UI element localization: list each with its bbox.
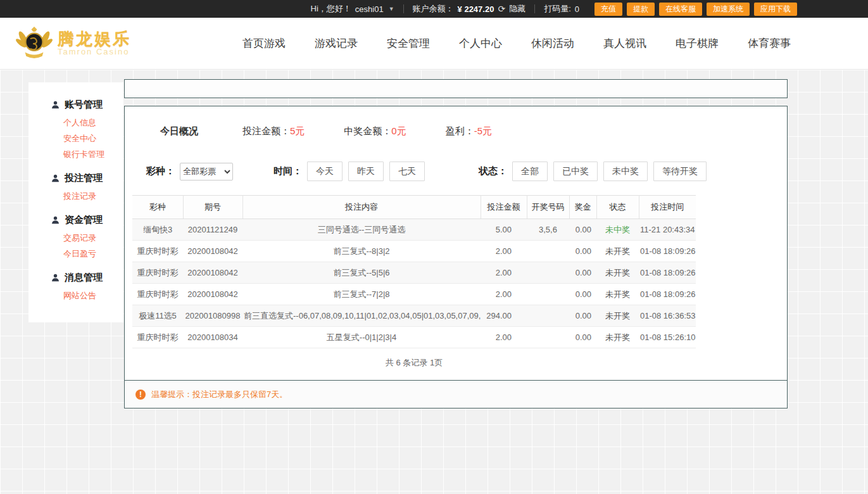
logo-subtitle: Tamron Casino	[58, 48, 131, 56]
time-filter-label: 时间：	[274, 165, 302, 177]
topbar-button[interactable]: 加速系统	[707, 3, 750, 16]
sidebar-group[interactable]: 消息管理	[51, 272, 123, 284]
cell-issue: 20200108042	[183, 284, 242, 305]
sidebar: 账号管理个人信息安全中心银行卡管理投注管理投注记录资金管理交易记录今日盈亏消息管…	[28, 82, 123, 322]
column-header: 期号	[183, 196, 242, 219]
cell-content: 三同号通选--三同号通选	[242, 219, 481, 241]
sidebar-group[interactable]: 账号管理	[51, 99, 123, 111]
time-filter-button[interactable]: 昨天	[348, 162, 384, 181]
cell-content: 五星复式--0|1|2|3|4	[242, 327, 481, 348]
topbar-button[interactable]: 在线客服	[659, 3, 702, 16]
stat-label: 投注金额：	[242, 125, 290, 136]
sidebar-item[interactable]: 个人信息	[63, 115, 123, 130]
cell-draw	[527, 262, 569, 284]
table-header-row: 彩种期号投注内容投注金额开奖号码奖金状态投注时间	[132, 196, 696, 219]
stat-value: 0元	[391, 125, 406, 136]
stat-label: 中奖金额：	[344, 125, 391, 136]
main-content: 今日概况 投注金额：5元中奖金额：0元盈利：-5元 彩种： 全部彩票 时间： 今…	[124, 79, 788, 408]
notice-text: 温馨提示：投注记录最多只保留7天。	[151, 389, 287, 400]
site-header: 腾龙娱乐 Tamron Casino 首页游戏游戏记录安全管理个人中心休闲活动真…	[0, 18, 868, 70]
nav-item[interactable]: 休闲活动	[531, 36, 574, 51]
time-filter-button[interactable]: 七天	[389, 162, 425, 181]
status-filter-button[interactable]: 已中奖	[553, 162, 598, 181]
nav-item[interactable]: 电子棋牌	[676, 36, 719, 51]
warning-icon: !	[135, 390, 146, 400]
site-logo[interactable]: 腾龙娱乐 Tamron Casino	[16, 26, 131, 61]
topbar-button[interactable]: 提款	[627, 3, 655, 16]
nav-item[interactable]: 个人中心	[459, 36, 502, 51]
cell-issue: 20201121249	[183, 219, 242, 241]
cell-draw	[527, 327, 569, 348]
sidebar-item[interactable]: 网站公告	[63, 288, 123, 303]
sidebar-item[interactable]: 安全中心	[63, 130, 123, 146]
lottery-select[interactable]: 全部彩票	[180, 163, 233, 180]
sidebar-item[interactable]: 交易记录	[63, 230, 123, 246]
sidebar-group-label: 资金管理	[65, 214, 103, 226]
cell-lottery: 极速11选5	[132, 305, 183, 327]
status-filter-group: 状态： 全部已中奖未中奖等待开奖	[479, 162, 712, 181]
logo-title: 腾龙娱乐	[58, 30, 131, 48]
cell-prize: 0.00	[569, 305, 596, 327]
nav-item[interactable]: 游戏记录	[315, 36, 358, 51]
sidebar-group[interactable]: 投注管理	[51, 172, 123, 184]
sidebar-group[interactable]: 资金管理	[51, 214, 123, 226]
table-row: 极速11选5202001080998前三直选复式--06,07,08,09,10…	[132, 305, 696, 327]
table-row: 重庆时时彩20200108042前三复式--8|3|22.000.00未开奖01…	[132, 241, 696, 262]
nav-item[interactable]: 首页游戏	[242, 36, 286, 51]
nav-item[interactable]: 体育赛事	[748, 36, 791, 51]
nav-item[interactable]: 安全管理	[387, 36, 430, 51]
stat-item: 中奖金额：0元	[344, 125, 406, 137]
cell-status: 未开奖	[596, 327, 639, 348]
status-filter-button[interactable]: 全部	[512, 162, 548, 181]
cell-amount: 2.00	[481, 284, 527, 305]
hide-balance-link[interactable]: 隐藏	[509, 3, 525, 15]
cell-time: 01-08 18:09:26	[639, 241, 696, 262]
sidebar-item[interactable]: 今日盈亏	[63, 246, 123, 262]
topbar-button[interactable]: 应用下载	[754, 3, 797, 16]
cell-lottery: 重庆时时彩	[132, 327, 183, 348]
table-row: 重庆时时彩20200108042前三复式--7|2|82.000.00未开奖01…	[132, 284, 696, 305]
cell-prize: 0.00	[569, 327, 596, 348]
cell-lottery: 缅甸快3	[132, 219, 183, 241]
time-filter-button[interactable]: 今天	[307, 162, 343, 181]
column-header: 投注时间	[639, 196, 696, 219]
nav-item[interactable]: 真人视讯	[603, 36, 646, 51]
cell-draw	[527, 284, 569, 305]
sidebar-item[interactable]: 投注记录	[63, 188, 123, 204]
person-icon	[51, 101, 60, 109]
refresh-icon[interactable]: ⟳	[498, 4, 505, 13]
logo-text: 腾龙娱乐 Tamron Casino	[58, 30, 131, 56]
cell-content: 前三复式--8|3|2	[242, 241, 481, 262]
cell-amount: 2.00	[481, 241, 527, 262]
chevron-down-icon: ▼	[389, 6, 394, 12]
cell-status: 未开奖	[596, 262, 639, 284]
announcement-bar	[124, 79, 788, 98]
cell-prize: 0.00	[569, 284, 596, 305]
balance-label: 账户余额：	[413, 3, 454, 15]
status-filter-button[interactable]: 未中奖	[603, 162, 648, 181]
cell-amount: 2.00	[481, 327, 527, 348]
cell-content: 前三复式--7|2|8	[242, 284, 481, 305]
casino-emblem-icon	[16, 26, 53, 61]
cell-draw	[527, 305, 569, 327]
cell-time: 01-08 18:09:26	[639, 262, 696, 284]
pagination-summary: 共 6 条记录 1页	[125, 357, 703, 369]
column-header: 投注金额	[481, 196, 527, 219]
cell-issue: 20200108042	[183, 241, 242, 262]
cell-time: 01-08 15:26:10	[639, 327, 696, 348]
coding-label: 打码量:	[544, 3, 571, 15]
coding-amount: 打码量: 0	[544, 3, 579, 15]
sidebar-group-label: 账号管理	[65, 99, 103, 111]
stat-label: 盈利：	[446, 125, 474, 136]
stats-title: 今日概况	[160, 125, 198, 137]
betting-records-panel: 今日概况 投注金额：5元中奖金额：0元盈利：-5元 彩种： 全部彩票 时间： 今…	[124, 106, 788, 408]
status-filter-button[interactable]: 等待开奖	[653, 162, 707, 181]
user-menu[interactable]: Hi，您好！ ceshi01 ▼	[311, 3, 394, 15]
table-row: 缅甸快320201121249三同号通选--三同号通选5.003,5,60.00…	[132, 219, 696, 241]
status-filter-label: 状态：	[479, 165, 507, 177]
cell-issue: 20200108042	[183, 262, 242, 284]
cell-prize: 0.00	[569, 219, 596, 241]
sidebar-item[interactable]: 银行卡管理	[63, 146, 123, 162]
cell-amount: 294.00	[481, 305, 527, 327]
topbar-button[interactable]: 充值	[594, 3, 622, 16]
